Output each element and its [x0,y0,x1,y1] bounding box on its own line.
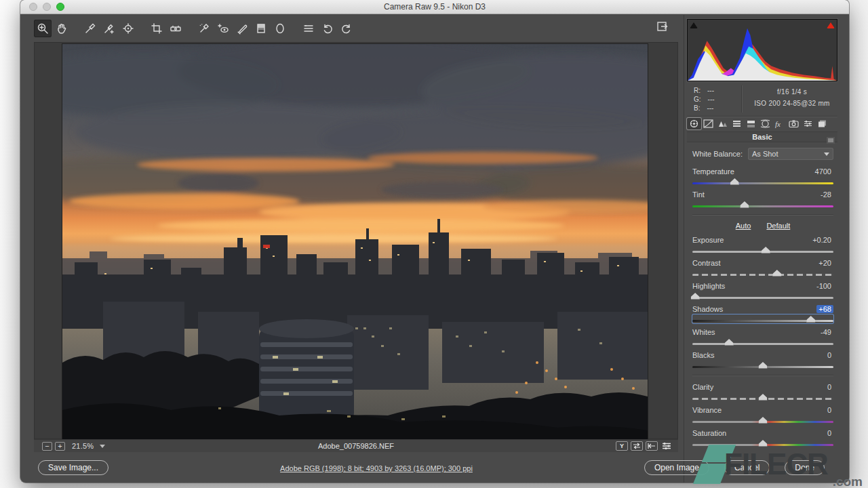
slider-value[interactable]: +0.20 [810,236,833,244]
crop-tool-icon[interactable] [148,20,165,37]
slider-value[interactable]: 0 [825,429,833,437]
white-balance-value: As Shot [752,150,778,158]
swap-before-after-icon[interactable] [631,441,643,451]
slider-track[interactable] [692,205,833,207]
graduated-filter-tool-icon[interactable] [252,20,270,37]
slider-value[interactable]: +20 [816,259,833,267]
slider-label: Highlights [692,282,725,290]
radial-filter-tool-icon[interactable] [271,20,289,37]
g-label: G: [694,95,701,104]
slider-thumb[interactable] [806,316,815,323]
slider-clarity: Clarity0 [692,382,833,401]
photo-preview[interactable] [62,44,648,439]
preferences-tool-icon[interactable] [300,20,317,37]
tab-detail[interactable] [715,118,730,129]
white-balance-tool-icon[interactable] [81,20,99,37]
close-button[interactable] [29,3,37,11]
red-eye-tool-icon[interactable] [214,20,232,37]
copy-settings-icon[interactable] [646,441,658,451]
tab-snapshots[interactable] [815,118,829,129]
slider-label: Clarity [692,383,713,391]
slider-value[interactable]: 0 [825,383,833,391]
targeted-adjustment-tool-icon[interactable] [119,20,137,37]
minimize-button[interactable] [43,3,51,11]
shadow-clipping-icon[interactable] [689,21,698,29]
tab-basic[interactable] [687,118,701,129]
slider-label: Exposure [692,236,724,244]
slider-thumb[interactable] [740,201,749,208]
b-value: --- [707,104,713,113]
adjustment-brush-tool-icon[interactable] [233,20,251,37]
tab-split-toning[interactable] [744,118,758,129]
slider-value[interactable]: -28 [818,190,833,199]
image-canvas-area [34,42,678,439]
slider-label: Saturation [692,429,726,437]
slider-thumb[interactable] [691,293,700,300]
slider-value[interactable]: -49 [818,328,833,336]
slider-tint: Tint-28 [692,190,833,209]
tab-hsl-grayscale[interactable] [730,118,744,129]
slider-label: Shadows [692,305,723,313]
toolbar [34,15,678,42]
highlight-clipping-icon[interactable] [826,21,835,29]
status-bar: − + 21.5% Adobe_00759826.NEF Y [34,439,678,452]
before-after-toggle-icon[interactable]: Y [616,441,628,451]
default-link[interactable]: Default [766,222,790,230]
slider-track[interactable] [692,274,833,276]
white-balance-label: White Balance: [692,150,748,158]
zoom-window-button[interactable] [56,3,64,11]
tab-tone-curve[interactable] [701,118,715,129]
spot-removal-tool-icon[interactable] [195,20,213,37]
slider-value[interactable]: 4700 [813,167,833,176]
color-sampler-tool-icon[interactable] [100,20,118,37]
slider-vibrance: Vibrance0 [692,405,833,424]
zoom-tool-icon[interactable] [34,20,52,37]
exif-info: R:--- G:--- B:--- f/16 1/4 s ISO 200 24-… [687,84,837,115]
slider-contrast: Contrast+20 [692,258,833,277]
slider-thumb[interactable] [730,178,739,185]
r-value: --- [707,86,714,95]
slider-label: Contrast [692,259,721,267]
toggle-fullscreen-icon[interactable] [654,18,671,35]
watermark-text: FILECR [724,447,828,481]
slider-value[interactable]: 0 [825,351,833,359]
title-bar: Camera Raw 9.5 - Nikon D3 [20,0,849,14]
tab-lens-corrections[interactable] [758,118,772,129]
straighten-tool-icon[interactable] [167,20,184,37]
slider-track[interactable] [692,182,833,184]
tab-camera-calibration[interactable] [787,118,801,129]
preview-settings-icon[interactable] [660,441,673,451]
slider-value[interactable]: -100 [814,282,833,290]
slider-thumb[interactable] [725,339,734,346]
white-balance-select[interactable]: As Shot [748,148,833,160]
b-label: B: [694,104,700,113]
auto-link[interactable]: Auto [736,222,751,230]
slider-track[interactable] [692,343,833,345]
slider-blacks: Blacks0 [692,350,833,369]
save-image-button[interactable]: Save Image... [38,460,108,475]
slider-label: Blacks [692,351,714,359]
rotate-left-tool-icon[interactable] [319,20,336,37]
adjustments-panel: R:--- G:--- B:--- f/16 1/4 s ISO 200 24-… [684,15,849,483]
tab-presets[interactable] [801,118,815,129]
slider-shadows: Shadows+68 [692,304,833,323]
g-value: --- [708,95,715,104]
basic-controls: White Balance: As Shot Temperature4700Ti… [692,148,833,451]
panel-menu-icon[interactable] [827,134,835,146]
slider-exposure: Exposure+0.20 [692,235,833,254]
rotate-right-tool-icon[interactable] [338,20,355,37]
slider-thumb[interactable] [762,247,770,253]
slider-label: Temperature [692,167,734,176]
slider-value[interactable]: 0 [825,406,833,414]
traffic-lights [29,3,64,11]
slider-value[interactable]: +68 [816,305,833,313]
tab-effects[interactable]: fx [772,118,787,129]
slider-track[interactable] [692,297,833,299]
slider-thumb[interactable] [772,270,781,277]
hand-tool-icon[interactable] [53,20,71,37]
slider-thumb[interactable] [759,417,768,424]
slider-thumb[interactable] [759,362,768,369]
slider-thumb[interactable] [759,394,768,401]
window-title: Camera Raw 9.5 - Nikon D3 [384,2,486,12]
workflow-options-link[interactable]: Adobe RGB (1998); 8 bit; 4903 by 3263 (1… [280,464,473,472]
